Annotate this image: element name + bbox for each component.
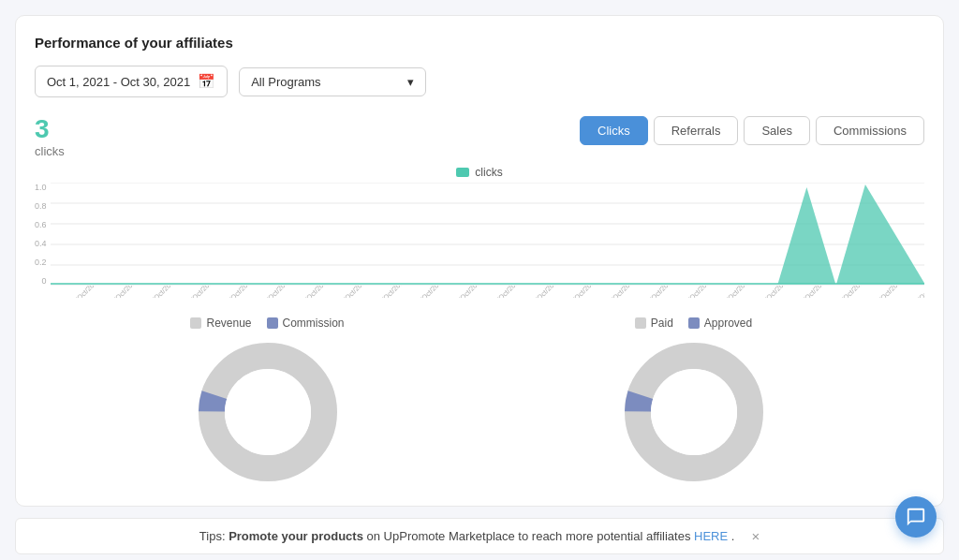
tip-bold: Promote your products: [229, 529, 363, 543]
paid-dot: [635, 317, 646, 329]
chart-spike-2: [836, 184, 924, 284]
metric-label: clicks: [35, 144, 65, 158]
chart-legend: clicks: [35, 166, 924, 179]
y-axis-labels: 1.0 0.8 0.6 0.4 0.2 0: [35, 183, 51, 286]
line-chart-container: 1.0 0.8 0.6 0.4 0.2 0: [35, 183, 924, 286]
donut2-legend: Paid Approved: [635, 317, 752, 330]
chevron-down-icon: ▾: [407, 75, 414, 89]
calendar-icon: 📅: [198, 73, 215, 90]
commission-label: Commission: [283, 317, 345, 330]
date-range-label: Oct 1, 2021 - Oct 30, 2021: [47, 75, 190, 89]
legend-clicks-dot: [456, 168, 469, 177]
tab-referrals[interactable]: Referrals: [654, 116, 739, 145]
programs-dropdown[interactable]: All Programs ▾: [239, 67, 426, 96]
donut1-svg: [193, 337, 343, 487]
commission-dot: [267, 317, 278, 329]
x-axis-labels: 01/Oct/2021 02/Oct/2021 03/Oct/2021 04/O…: [35, 286, 924, 298]
programs-label: All Programs: [251, 75, 320, 89]
legend-clicks-label: clicks: [475, 166, 502, 179]
donut1-legend-commission: Commission: [267, 317, 345, 330]
tab-sales[interactable]: Sales: [744, 116, 810, 145]
tip-middle: on UpPromote Marketplace to reach more p…: [367, 529, 695, 543]
paid-label: Paid: [651, 317, 673, 330]
donut1-legend: Revenue Commission: [190, 317, 344, 330]
donut1-legend-revenue: Revenue: [190, 317, 251, 330]
metric-display: 3 clicks: [35, 116, 65, 158]
chart-spike-1: [777, 187, 835, 284]
line-chart-svg: [51, 183, 924, 286]
donut-paid-approved: Paid Approved: [619, 317, 769, 487]
chart-header: 3 clicks Clicks Referrals Sales Commissi…: [35, 116, 924, 158]
chat-fab[interactable]: [895, 496, 937, 538]
revenue-dot: [190, 317, 201, 329]
close-tip-button[interactable]: ×: [751, 528, 760, 544]
approved-dot: [688, 317, 700, 329]
revenue-label: Revenue: [206, 317, 251, 330]
filters-row: Oct 1, 2021 - Oct 30, 2021 📅 All Program…: [35, 66, 924, 97]
donut2-svg: [619, 337, 769, 487]
date-picker-button[interactable]: Oct 1, 2021 - Oct 30, 2021 📅: [35, 66, 228, 97]
donut2-legend-approved: Approved: [688, 317, 752, 330]
donut2-legend-paid: Paid: [635, 317, 673, 330]
tip-suffix: .: [731, 529, 735, 543]
svg-point-12: [651, 369, 737, 455]
tip-bar: Tips: Promote your products on UpPromote…: [15, 518, 944, 554]
tip-prefix: Tips:: [199, 529, 229, 543]
approved-label: Approved: [704, 317, 752, 330]
chart-area: [51, 183, 924, 286]
svg-point-9: [225, 369, 311, 455]
donuts-row: Revenue Commission: [35, 317, 924, 487]
performance-card: Performance of your affiliates Oct 1, 20…: [15, 15, 944, 507]
here-link[interactable]: HERE: [694, 529, 728, 543]
card-title: Performance of your affiliates: [35, 35, 924, 51]
tip-text: Tips: Promote your products on UpPromote…: [199, 529, 735, 543]
metric-value: 3: [35, 116, 65, 142]
tab-clicks[interactable]: Clicks: [580, 116, 648, 145]
chat-icon: [906, 507, 926, 527]
tab-commissions[interactable]: Commissions: [816, 116, 924, 145]
donut-revenue-commission: Revenue Commission: [190, 317, 344, 487]
metric-tabs: Clicks Referrals Sales Commissions: [580, 116, 924, 145]
